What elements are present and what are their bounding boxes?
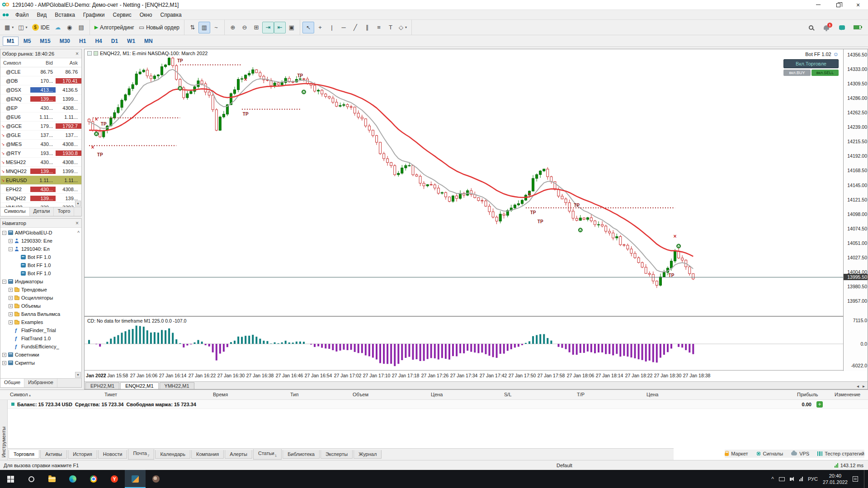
screenshot-button[interactable]: ▣ xyxy=(286,22,297,33)
column-header-0-Символ[interactable]: Символ ▴ xyxy=(10,392,31,397)
profiles-button[interactable]: ◫▾ xyxy=(16,22,29,33)
battery-button[interactable] xyxy=(851,22,863,33)
tray-pc-icon[interactable] xyxy=(779,477,785,481)
toolbox-vertical-title[interactable]: Инструменты xyxy=(1,427,6,458)
column-header-bid[interactable]: Bid xyxy=(30,60,56,66)
toolbox-tab-Статьи[interactable]: Статьи1 xyxy=(253,449,282,459)
tile-windows-button[interactable]: ⊞ xyxy=(250,22,262,33)
toolbox-tab-Эксперты[interactable]: Эксперты xyxy=(321,450,353,459)
tab-Детали[interactable]: Детали xyxy=(30,207,54,216)
tab-Торго[interactable]: Торго xyxy=(54,207,74,216)
tree-item[interactable]: ƒFlatFinder_Trial xyxy=(0,326,81,334)
close-button[interactable]: × xyxy=(848,0,868,9)
taskbar-start-button[interactable] xyxy=(0,470,21,488)
taskbar-yandex-button[interactable]: Y xyxy=(104,470,125,488)
symbol-row[interactable]: @DSX413...4136.5 xyxy=(0,85,81,94)
symbol-row[interactable]: EPH22430...4308... xyxy=(0,185,81,194)
tree-item[interactable]: Bot FF 1.0 xyxy=(0,253,81,261)
vertical-line-button[interactable]: | xyxy=(326,22,338,33)
scroll-down-icon[interactable]: ▾ xyxy=(75,372,81,378)
link-signal[interactable]: Сигналы xyxy=(756,451,783,456)
symbol-row[interactable]: ENQH22139...139... xyxy=(0,194,81,203)
toolbox-tab-Библиотека[interactable]: Библиотека xyxy=(283,450,320,459)
expander-icon[interactable]: − xyxy=(9,247,13,251)
toolbox-tab-Компания[interactable]: Компания xyxy=(191,450,224,459)
tray-volume-icon[interactable] xyxy=(790,478,792,481)
expander-icon[interactable]: + xyxy=(2,353,6,357)
toolbox-tab-Активы[interactable]: Активы xyxy=(40,450,67,459)
column-header-10-Изменение[interactable]: Изменение xyxy=(835,392,860,397)
taskbar-explorer-button[interactable] xyxy=(42,470,62,488)
tab-Символы[interactable]: Символы xyxy=(0,207,30,216)
taskbar-search-button[interactable] xyxy=(21,470,42,488)
scroll-right-icon[interactable]: ▸ xyxy=(863,384,865,389)
expert-smiley-icon[interactable]: ☺ xyxy=(833,51,839,57)
timeframe-h4[interactable]: H4 xyxy=(91,37,106,46)
restore-button[interactable] xyxy=(828,0,848,9)
expander-icon[interactable]: + xyxy=(9,320,13,324)
timeframe-m1[interactable]: M1 xyxy=(3,37,19,46)
indicator-histogram[interactable] xyxy=(85,317,843,370)
menu-Графики[interactable]: Графики xyxy=(79,10,109,19)
candles-view-button[interactable]: ▥ xyxy=(198,22,210,33)
column-header-1-Тикет[interactable]: Тикет xyxy=(104,392,117,397)
menu-Сервис[interactable]: Сервис xyxy=(109,10,136,19)
menu-Окно[interactable]: Окно xyxy=(136,10,156,19)
expander-icon[interactable]: + xyxy=(9,239,13,243)
tab-Избранное[interactable]: Избранное xyxy=(24,379,57,387)
tab-Общие[interactable]: Общие xyxy=(0,379,24,387)
price-scale[interactable]: 14356.5014333.0014309.5014286.0014262.50… xyxy=(843,49,868,371)
tray-language[interactable]: РУС xyxy=(808,476,818,482)
symbol-row[interactable]: ↘EURUSD1.11...1.11... xyxy=(0,176,81,185)
line-chart-button[interactable]: ~ xyxy=(210,22,222,33)
tree-item[interactable]: +Скрипты xyxy=(0,359,81,367)
close-icon[interactable]: × xyxy=(75,51,80,57)
expander-icon[interactable]: + xyxy=(9,288,13,292)
zoom-out-button[interactable]: ⊖ xyxy=(239,22,250,33)
column-header-8-Цена[interactable]: Цена xyxy=(646,392,658,397)
enable-buy-button[interactable]: вкл.BUY xyxy=(783,70,811,76)
tray-expand-icon[interactable]: ^ xyxy=(771,476,774,482)
enable-trading-button[interactable]: Вкл.Торговле xyxy=(783,59,839,68)
chart-shift-button[interactable]: ⇤ xyxy=(274,22,286,33)
notifications-button[interactable]: 1 xyxy=(821,22,832,33)
symbol-row[interactable]: @DB170...170.41 xyxy=(0,76,81,85)
column-header-9-Прибыль[interactable]: Прибыль xyxy=(797,392,818,397)
column-header-3-Тип[interactable]: Тип xyxy=(290,392,298,397)
expander-icon[interactable]: − xyxy=(2,231,6,235)
candlestick-chart[interactable]: ×TP×TPTP×TPTP×TPTPTP×TP xyxy=(85,49,843,316)
new-order-button[interactable]: ▭Новый ордер xyxy=(137,22,182,33)
column-header-ask[interactable]: Ask xyxy=(56,60,81,66)
symbol-row[interactable]: ↘@GLE137...137... xyxy=(0,131,81,140)
tree-item[interactable]: Bot FF 1.0 xyxy=(0,261,81,269)
tree-item[interactable]: +Билла Вильямса xyxy=(0,310,81,318)
collapse-icon[interactable]: ^ xyxy=(77,230,81,235)
scroll-down-icon[interactable]: ▾ xyxy=(75,201,81,206)
balance-row[interactable]: Баланс: 15 723.34 USD Средства: 15 723.3… xyxy=(8,400,868,409)
new-chart-button[interactable]: ▦▾ xyxy=(2,22,16,33)
tray-clock[interactable]: 20:40 27.01.2022 xyxy=(823,473,848,486)
symbol-row[interactable]: @EP430...4308... xyxy=(0,103,81,113)
scroll-left-icon[interactable]: ◂ xyxy=(857,384,859,389)
algo-trading-button[interactable]: ▶Алготрейдинг xyxy=(92,22,137,33)
auto-scroll-button[interactable]: ⇥ xyxy=(262,22,274,33)
expander-icon[interactable]: + xyxy=(9,296,13,300)
horizontal-line-button[interactable]: ─ xyxy=(338,22,349,33)
column-header-7-TP[interactable]: T/P xyxy=(577,392,585,397)
symbol-row[interactable]: ↘@MES430...4308... xyxy=(0,140,81,149)
timeframe-d1[interactable]: D1 xyxy=(107,37,122,46)
chart-tab-ENQH22,M1[interactable]: ENQH22,M1 xyxy=(120,382,158,389)
show-desktop-button[interactable] xyxy=(864,470,866,488)
column-header-4-Объем[interactable]: Объем xyxy=(353,392,368,397)
timeframe-h1[interactable]: H1 xyxy=(75,37,90,46)
symbol-row[interactable]: ↘@GCE179...1792.7 xyxy=(0,122,81,131)
chart-tab-EPH22,M1[interactable]: EPH22,M1 xyxy=(85,382,119,389)
tree-item[interactable]: +Объемы xyxy=(0,302,81,310)
action-center-icon[interactable] xyxy=(853,476,858,482)
taskbar-app-button[interactable] xyxy=(146,470,166,488)
time-axis[interactable]: 27 Jan 202227 Jan 15:5827 Jan 16:0627 Ja… xyxy=(85,371,843,381)
toolbox-tab-Календарь[interactable]: Календарь xyxy=(155,450,190,459)
crosshair-button[interactable]: + xyxy=(314,22,326,33)
column-header-2-Время[interactable]: Время xyxy=(213,392,228,397)
timeframe-m30[interactable]: M30 xyxy=(56,37,74,46)
